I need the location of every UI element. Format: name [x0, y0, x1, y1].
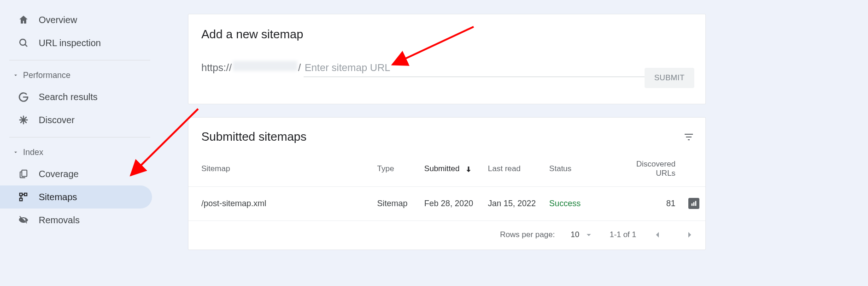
sidebar-item-label: URL inspection [39, 38, 101, 48]
submitted-sitemaps-card: Submitted sitemaps Sitemap Type Submitte… [188, 117, 706, 250]
col-header-sitemap[interactable]: Sitemap [188, 153, 377, 187]
svg-rect-7 [20, 193, 23, 196]
google-g-icon [18, 91, 29, 103]
add-sitemap-title: Add a new sitemap [201, 27, 692, 42]
sidebar-item-removals[interactable]: Removals [0, 209, 188, 232]
sitemaps-table: Sitemap Type Submitted Last read Status … [188, 153, 705, 221]
section-header-performance[interactable]: Performance [0, 65, 188, 85]
range-text: 1-1 of 1 [610, 230, 636, 239]
cell-status: Success [549, 187, 629, 221]
cell-last-read: Jan 15, 2022 [488, 187, 549, 221]
cell-submitted: Feb 28, 2020 [424, 187, 488, 221]
add-sitemap-card: Add a new sitemap https:// / SUBMIT [188, 14, 706, 104]
sidebar-item-label: Removals [39, 215, 80, 226]
sidebar-item-sitemaps[interactable]: Sitemaps [0, 185, 152, 209]
sitemap-url-row: https:// / [201, 60, 692, 77]
col-header-last-read[interactable]: Last read [488, 153, 549, 187]
sort-descending-icon [464, 165, 473, 173]
search-icon [18, 37, 29, 49]
svg-rect-8 [24, 193, 27, 196]
row-chart-button[interactable] [688, 198, 699, 209]
cell-sitemap: /post-sitemap.xml [188, 187, 377, 221]
divider [9, 137, 150, 137]
sidebar-item-discover[interactable]: Discover [0, 108, 188, 131]
sidebar-item-label: Overview [39, 15, 77, 25]
svg-rect-10 [692, 203, 693, 206]
main-content: Add a new sitemap https:// / SUBMIT Subm… [188, 0, 868, 286]
sitemap-icon [18, 191, 29, 203]
section-title: Index [23, 148, 43, 157]
sitemap-url-prefix: https:// / [201, 61, 301, 74]
sidebar: Overview URL inspection Performance Sear… [0, 0, 188, 286]
divider [9, 60, 150, 60]
asterisk-icon [18, 114, 29, 126]
svg-rect-6 [22, 170, 27, 177]
sidebar-item-label: Search results [39, 92, 98, 102]
svg-rect-12 [695, 201, 697, 206]
prev-page-button[interactable] [652, 229, 663, 240]
svg-point-0 [20, 39, 26, 45]
visibility-off-icon [18, 214, 29, 226]
rows-per-page-label: Rows per page: [500, 230, 555, 239]
redacted-domain [233, 61, 297, 71]
home-icon [18, 14, 29, 26]
svg-rect-11 [693, 202, 695, 206]
chevron-down-icon [584, 230, 594, 240]
filter-icon[interactable] [683, 131, 694, 143]
col-header-type[interactable]: Type [377, 153, 424, 187]
svg-rect-9 [20, 198, 23, 201]
sitemap-url-input[interactable] [304, 60, 646, 77]
next-page-button[interactable] [684, 229, 695, 240]
cell-type: Sitemap [377, 187, 424, 221]
rows-per-page-select[interactable]: 10 [570, 230, 594, 240]
sidebar-item-overview[interactable]: Overview [0, 8, 188, 31]
section-title: Performance [23, 71, 70, 80]
sidebar-item-label: Coverage [39, 169, 79, 179]
cell-discovered: 81 [629, 187, 688, 221]
sidebar-item-coverage[interactable]: Coverage [0, 162, 188, 185]
caret-down-icon [12, 72, 19, 79]
col-header-submitted[interactable]: Submitted [424, 153, 488, 187]
sidebar-item-label: Discover [39, 115, 75, 125]
section-header-index[interactable]: Index [0, 142, 188, 162]
submitted-sitemaps-title: Submitted sitemaps [201, 130, 306, 144]
sidebar-item-search-results[interactable]: Search results [0, 85, 188, 108]
table-footer: Rows per page: 10 1-1 of 1 [188, 221, 705, 250]
col-header-status[interactable]: Status [549, 153, 629, 187]
caret-down-icon [12, 149, 19, 156]
svg-line-1 [25, 44, 27, 47]
sidebar-item-label: Sitemaps [39, 192, 77, 203]
submit-button[interactable]: SUBMIT [645, 68, 694, 88]
sidebar-item-url-inspection[interactable]: URL inspection [0, 31, 188, 54]
table-row[interactable]: /post-sitemap.xml Sitemap Feb 28, 2020 J… [188, 187, 705, 221]
col-header-discovered[interactable]: Discovered URLs [629, 153, 688, 187]
pages-icon [18, 168, 29, 180]
